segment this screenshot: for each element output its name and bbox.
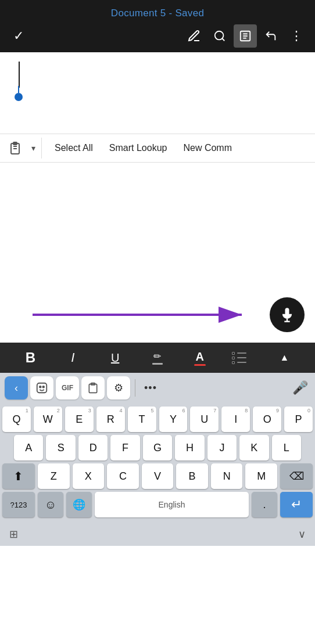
document-area[interactable] [0, 52, 315, 134]
keyboard-grid-icon[interactable]: ⊞ [9, 528, 18, 541]
check-button[interactable]: ✓ [7, 24, 30, 48]
svg-point-0 [215, 31, 224, 39]
clipboard-button[interactable] [81, 376, 105, 400]
key-q[interactable]: Q1 [2, 406, 31, 432]
new-comment-button[interactable]: New Comm [175, 134, 240, 162]
emoji-key[interactable]: ☺ [38, 492, 63, 517]
document-icon[interactable] [234, 24, 257, 48]
document-title: Document 5 - Saved [111, 8, 204, 19]
list-format-button[interactable] [232, 347, 253, 368]
underline-button[interactable]: U [105, 347, 126, 368]
svg-point-19 [42, 386, 44, 388]
smart-lookup-button[interactable]: Smart Lookup [101, 134, 176, 162]
key-v[interactable]: V [142, 463, 174, 489]
cursor-handle [13, 86, 24, 101]
keyboard-row-2: A S D F G H J K L [2, 435, 313, 460]
sticker-button[interactable] [30, 376, 53, 400]
key-e[interactable]: E3 [65, 406, 94, 432]
keyboard-row-1: Q1 W2 E3 R4 T5 Y6 U7 I8 O9 P0 [2, 406, 313, 432]
paste-icon[interactable] [5, 138, 26, 159]
bold-button[interactable]: B [20, 347, 41, 368]
svg-rect-17 [37, 383, 47, 393]
key-c[interactable]: C [107, 463, 139, 489]
key-r[interactable]: R4 [96, 406, 125, 432]
key-o[interactable]: O9 [253, 406, 281, 432]
key-a[interactable]: A [14, 435, 43, 460]
toolbar-icons-right: ⋮ [182, 24, 308, 48]
toolbar-row: ✓ [0, 24, 315, 48]
space-key[interactable]: English [95, 492, 249, 517]
settings-button[interactable]: ⚙ [107, 376, 130, 400]
search-icon[interactable] [208, 24, 231, 48]
gif-button[interactable]: GIF [56, 376, 79, 400]
period-key[interactable]: . [252, 492, 277, 517]
keyboard-row-3: ⬆ Z X C V B N M ⌫ [2, 463, 313, 489]
key-z[interactable]: Z [38, 463, 70, 489]
extras-divider [135, 379, 135, 397]
key-f[interactable]: F [110, 435, 139, 460]
backspace-key[interactable]: ⌫ [280, 463, 313, 489]
undo-icon[interactable] [259, 24, 282, 48]
keyboard: Q1 W2 E3 R4 T5 Y6 U7 I8 O9 P0 A S D F G … [0, 403, 315, 523]
key-b[interactable]: B [176, 463, 208, 489]
svg-point-7 [15, 93, 23, 101]
voice-input-button[interactable]: 🎤 [289, 377, 310, 398]
key-j[interactable]: J [207, 435, 237, 460]
microphone-fab-button[interactable] [270, 297, 305, 332]
key-d[interactable]: D [78, 435, 108, 460]
context-toolbar: ▾ Select All Smart Lookup New Comm [0, 134, 315, 163]
key-u[interactable]: U7 [190, 406, 219, 432]
more-extras-button[interactable]: ••• [140, 377, 161, 398]
numbers-key[interactable]: ?123 [2, 492, 35, 517]
svg-point-18 [40, 386, 41, 388]
key-g[interactable]: G [143, 435, 172, 460]
key-x[interactable]: X [73, 463, 105, 489]
context-chevron[interactable]: ▾ [26, 138, 42, 159]
highlight-button[interactable]: ✏ [147, 347, 168, 368]
more-icon[interactable]: ⋮ [285, 24, 308, 48]
keyboard-extras-bar: ‹ GIF ⚙ ••• 🎤 [0, 373, 315, 403]
key-l[interactable]: L [272, 435, 301, 460]
key-t[interactable]: T5 [128, 406, 156, 432]
keyboard-row-4: ?123 ☺ 🌐 English . ↵ [2, 492, 313, 517]
select-all-button[interactable]: Select All [46, 134, 101, 162]
keyboard-back-button[interactable]: ‹ [5, 376, 28, 400]
globe-key[interactable]: 🌐 [66, 492, 92, 517]
key-p[interactable]: P0 [284, 406, 313, 432]
svg-line-1 [222, 38, 224, 41]
format-bar: B I U ✏ A ▲ [0, 343, 315, 373]
expand-format-button[interactable]: ▲ [274, 347, 295, 368]
key-m[interactable]: M [245, 463, 277, 489]
key-k[interactable]: K [239, 435, 269, 460]
top-bar: Document 5 - Saved ✓ [0, 0, 315, 52]
pen-icon[interactable] [182, 24, 206, 48]
key-h[interactable]: H [175, 435, 204, 460]
keyboard-hide-icon[interactable]: ∨ [298, 528, 306, 541]
key-s[interactable]: S [46, 435, 75, 460]
key-w[interactable]: W2 [34, 406, 62, 432]
shift-key[interactable]: ⬆ [2, 463, 35, 489]
text-cursor [19, 62, 20, 88]
key-n[interactable]: N [211, 463, 243, 489]
arrow-annotation [17, 303, 269, 326]
document-space[interactable] [0, 163, 315, 343]
key-y[interactable]: Y6 [159, 406, 188, 432]
italic-button[interactable]: I [62, 347, 83, 368]
bottom-bar: ⊞ ∨ [0, 523, 315, 546]
font-color-button[interactable]: A [189, 347, 210, 368]
key-i[interactable]: I8 [221, 406, 250, 432]
return-key[interactable]: ↵ [280, 492, 313, 517]
